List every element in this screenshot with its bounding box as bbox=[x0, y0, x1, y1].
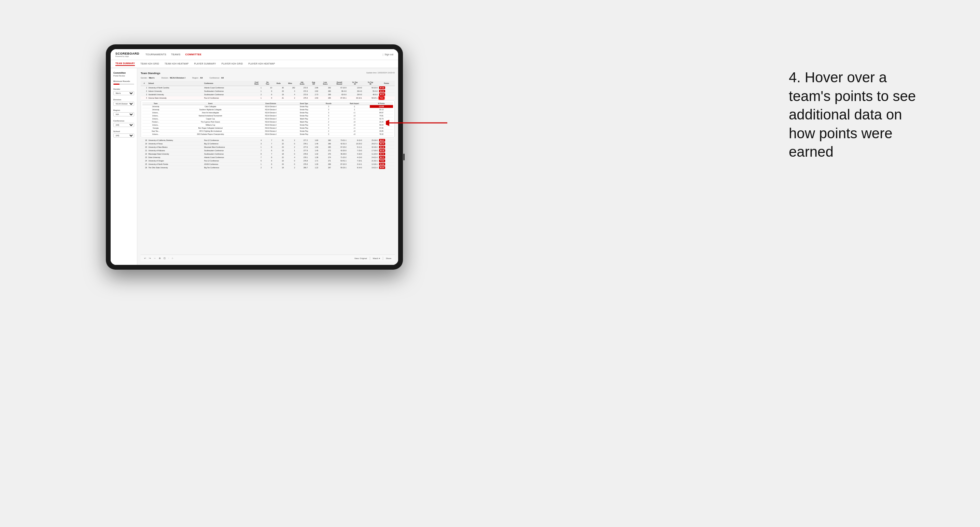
exp-col-type: Event Type bbox=[290, 102, 318, 105]
red-arrow-svg bbox=[386, 116, 454, 130]
points-value[interactable]: 80.94 bbox=[379, 166, 385, 169]
sidebar-region-select[interactable]: N/A bbox=[113, 112, 134, 116]
expanded-row: East Tee...OFCC Fighting Illini Invitati… bbox=[142, 130, 393, 133]
filter-conference-label: Conference: bbox=[210, 77, 220, 79]
table-row[interactable]: 22 Mississippi State University Southeas… bbox=[141, 152, 395, 156]
tab-team-summary[interactable]: TEAM SUMMARY bbox=[115, 62, 135, 66]
view-original-button[interactable]: View: Original bbox=[355, 257, 367, 259]
points-value[interactable]: 93.31 bbox=[379, 90, 385, 92]
filter-division-label: Division: bbox=[162, 77, 169, 79]
sign-out-button[interactable]: Sign out bbox=[385, 53, 393, 56]
points-value[interactable]: 97.02 bbox=[379, 86, 385, 89]
table-row[interactable]: 1 University of North Carolina Atlantic … bbox=[141, 86, 395, 89]
table-row[interactable]: 23 Duke University Atlantic Coast Confer… bbox=[141, 156, 395, 159]
points-value[interactable]: 83.41 bbox=[379, 152, 385, 155]
red-arrow-container bbox=[386, 116, 454, 131]
tablet-shell: SCOREBOARD Powered by clippi TOURNAMENTS… bbox=[106, 44, 403, 270]
nav-tournaments[interactable]: TOURNAMENTS bbox=[145, 52, 166, 57]
exp-col-team: Team bbox=[142, 102, 169, 105]
undo-icon[interactable]: ↩ bbox=[144, 257, 146, 260]
filter-gender-label: Gender: bbox=[141, 77, 148, 79]
col-overall-record: OverallRecord bbox=[332, 81, 347, 86]
clock-icon[interactable]: ○ bbox=[172, 257, 173, 259]
zoom-icon[interactable]: ⊕ bbox=[159, 257, 161, 260]
options-icon[interactable]: · bbox=[168, 257, 169, 259]
sidebar-region: Region N/A bbox=[113, 109, 134, 116]
exp-col-division: Event Division bbox=[252, 102, 290, 105]
share-button[interactable]: Share bbox=[386, 257, 391, 259]
logo-area: SCOREBOARD Powered by clippi bbox=[115, 52, 139, 57]
points-value[interactable]: 88.49 bbox=[379, 146, 385, 148]
watch-button[interactable]: Watch ▾ bbox=[373, 257, 380, 259]
points-value-highlighted[interactable]: 79.5 bbox=[379, 97, 385, 99]
expanded-row: Florida I...The Cypress Point ClassicNCA… bbox=[142, 121, 393, 124]
bottom-toolbar: ↩ ↪ ↔ ⊕ ⊡ · ○ View: Original Watch ▾ bbox=[141, 255, 395, 262]
expanded-row: Univers...National Invitational Tourname… bbox=[142, 114, 393, 117]
table-row[interactable]: 21 University of Alabama Southeastern Co… bbox=[141, 149, 395, 152]
copy-icon[interactable]: ⊡ bbox=[164, 257, 165, 260]
tab-team-h2h-grid[interactable]: TEAM H2H GRID bbox=[140, 62, 159, 65]
sidebar-min-rounds-label: Minimum Rounds bbox=[113, 80, 134, 82]
filter-conference-value: All bbox=[221, 77, 224, 79]
min-rounds-slider[interactable] bbox=[113, 84, 134, 85]
redo-icon[interactable]: ↪ bbox=[149, 257, 151, 260]
points-value[interactable]: 88.07 bbox=[379, 139, 385, 142]
col-no-tour: NoTour bbox=[262, 81, 273, 86]
sidebar-gender-label: Gender bbox=[113, 88, 134, 90]
sidebar-title-section: Committee Portal Review bbox=[113, 72, 134, 77]
slider-track bbox=[113, 84, 134, 85]
expanded-row: UniversityCabo CollegiateNCAA Division I… bbox=[142, 105, 393, 108]
table-row[interactable]: 18 University of California, Berkeley Pa… bbox=[141, 138, 395, 142]
col-vs-top25: Vs Top25 bbox=[347, 81, 363, 86]
points-value[interactable]: 88.71 bbox=[379, 156, 385, 159]
standings-table: # School Conference ConfRank NoTour Rnds… bbox=[141, 81, 395, 169]
sidebar-gender: Gender Men's bbox=[113, 88, 134, 95]
nav-committee[interactable]: COMMITTEE bbox=[185, 52, 202, 57]
points-value[interactable]: 74.91 bbox=[379, 159, 385, 162]
nav-teams[interactable]: TEAMS bbox=[171, 52, 180, 57]
sidebar-division: Division NCAA Division I bbox=[113, 98, 134, 106]
table-row[interactable]: 2 Auburn University Southeastern Confere… bbox=[141, 89, 395, 93]
sidebar-conference: Conference (All) bbox=[113, 120, 134, 127]
tab-team-h2h-heatmap[interactable]: TEAM H2H HEATMAP bbox=[165, 62, 188, 65]
table-row[interactable]: 25 University of North Florida ASUN Conf… bbox=[141, 162, 395, 166]
tab-player-summary[interactable]: PLAYER SUMMARY bbox=[194, 62, 216, 65]
sidebar-region-label: Region bbox=[113, 109, 134, 111]
col-adj-score: Adj.Score bbox=[296, 81, 308, 86]
table-scroll-container: # School Conference ConfRank NoTour Rnds… bbox=[141, 81, 395, 255]
points-value[interactable]: 90.22 bbox=[379, 93, 385, 96]
toolbar-separator bbox=[370, 257, 370, 260]
tab-player-h2h-heatmap[interactable]: PLAYER H2H HEATMAP bbox=[248, 62, 275, 65]
points-value[interactable]: 88.48 bbox=[379, 149, 385, 152]
points-value[interactable]: 88.70 bbox=[379, 142, 385, 145]
expanded-row: Univers...2023 Sahalee Players Champions… bbox=[142, 133, 393, 136]
sidebar-conference-select[interactable]: (All) bbox=[113, 123, 134, 127]
filter-region-label: Region: bbox=[192, 77, 199, 79]
table-row[interactable]: 3 Vanderbilt University Southeastern Con… bbox=[141, 93, 395, 96]
fit-icon[interactable]: ↔ bbox=[154, 257, 156, 259]
col-conf-rank: ConfRank bbox=[251, 81, 262, 86]
col-vs-top50: Vs Top50 bbox=[363, 81, 378, 86]
tab-player-h2h-grid[interactable]: PLAYER H2H GRID bbox=[222, 62, 243, 65]
expanded-tooltip: Team Event Event Division Event Type Rou… bbox=[141, 100, 395, 138]
table-row[interactable]: 26 The Ohio State University Big Ten Con… bbox=[141, 166, 395, 169]
table-row[interactable]: 24 University of Oregon Pac-12 Conferenc… bbox=[141, 159, 395, 162]
expanded-events-table: Team Event Event Division Event Type Rou… bbox=[142, 102, 393, 136]
sidebar-min-rounds: Minimum Rounds bbox=[113, 80, 134, 85]
table-row[interactable]: 19 University of Texas Big 12 Conference… bbox=[141, 142, 395, 145]
view-original-label: View: Original bbox=[355, 257, 367, 259]
sidebar-gender-select[interactable]: Men's bbox=[113, 91, 134, 95]
col-rnds: Rnds bbox=[273, 81, 285, 86]
sidebar-school-select[interactable]: (All) bbox=[113, 133, 134, 138]
filter-region-value: All bbox=[200, 77, 203, 79]
panel-title-block: Team Standings bbox=[141, 72, 160, 75]
filter-region: Region: All bbox=[192, 77, 203, 79]
points-value[interactable]: 83.89 bbox=[379, 163, 385, 165]
table-row-arizona-state[interactable]: 4 Arizona State University Pac-12 Confer… bbox=[141, 96, 395, 100]
col-wins: Wins bbox=[285, 81, 296, 86]
col-avg-sg: Avg.SG bbox=[308, 81, 318, 86]
annotation-content: 4. Hover over a team's points to see add… bbox=[789, 69, 916, 160]
table-row[interactable]: 20 University of New Mexico Mountain Wes… bbox=[141, 145, 395, 149]
sidebar-division-select[interactable]: NCAA Division I bbox=[113, 102, 134, 106]
sidebar-title: Committee bbox=[113, 72, 134, 74]
